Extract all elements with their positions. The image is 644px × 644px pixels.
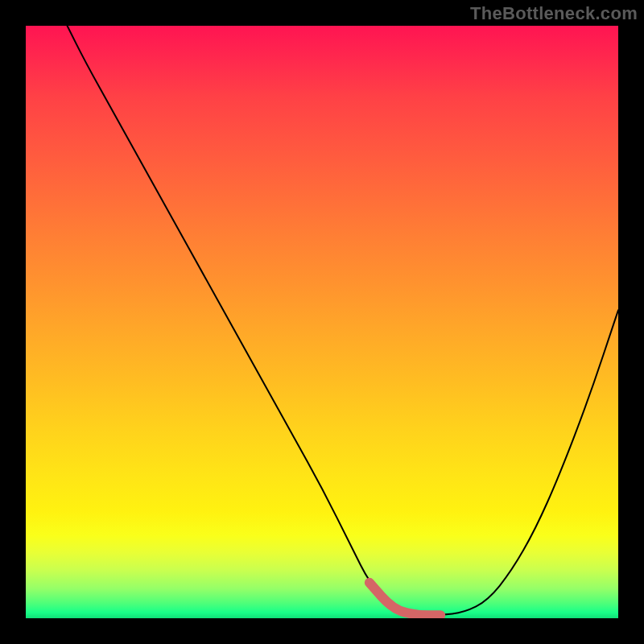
plot-area	[26, 26, 618, 618]
curve-minimum-accent	[369, 583, 440, 615]
bottleneck-curve	[68, 26, 618, 615]
watermark-text: TheBottleneck.com	[470, 3, 638, 24]
chart-frame: TheBottleneck.com	[0, 0, 644, 644]
plot-svg	[26, 26, 618, 618]
